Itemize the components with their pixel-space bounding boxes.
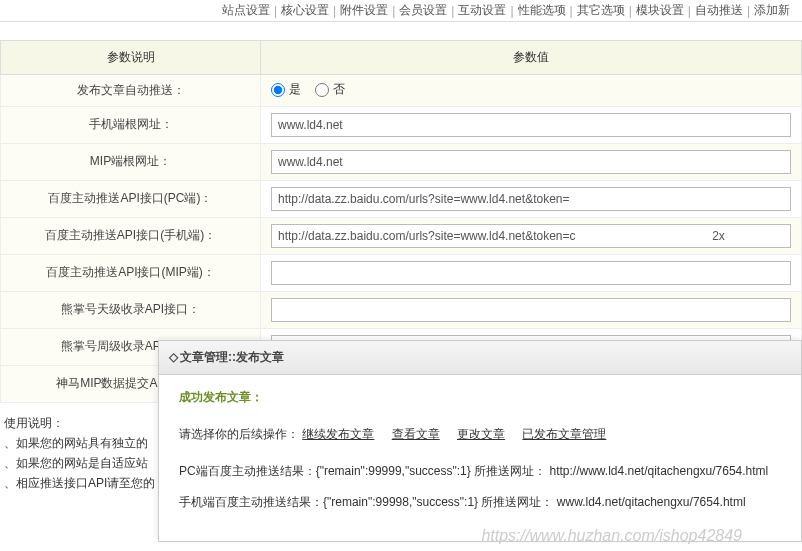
nav-item[interactable]: 模块设置 bbox=[636, 2, 684, 19]
action-manage[interactable]: 已发布文章管理 bbox=[522, 427, 606, 441]
row-label: 百度主动推送API接口(PC端)： bbox=[1, 180, 261, 217]
nav-item[interactable]: 会员设置 bbox=[399, 2, 447, 19]
table-row: 百度主动推送API接口(MIP端)： bbox=[1, 254, 802, 291]
success-title: 成功发布文章： bbox=[179, 389, 781, 406]
api-mobile-input[interactable] bbox=[271, 224, 791, 248]
header-param: 参数说明 bbox=[1, 41, 261, 75]
nav-item[interactable]: 站点设置 bbox=[222, 2, 270, 19]
nav-item[interactable]: 自动推送 bbox=[695, 2, 743, 19]
nav-item[interactable]: 性能选项 bbox=[518, 2, 566, 19]
top-nav: 站点设置| 核心设置| 附件设置| 会员设置| 互动设置| 性能选项| 其它选项… bbox=[0, 0, 802, 22]
action-row: 请选择你的后续操作： 继续发布文章 查看文章 更改文章 已发布文章管理 bbox=[179, 426, 781, 443]
api-pc-input[interactable] bbox=[271, 187, 791, 211]
radio-yes-input[interactable] bbox=[271, 83, 285, 97]
table-row: 手机端根网址： bbox=[1, 106, 802, 143]
xiongzhang-daily-input[interactable] bbox=[271, 298, 791, 322]
table-row: 发布文章自动推送： 是 否 bbox=[1, 75, 802, 107]
overlay-header: 文章管理::发布文章 bbox=[159, 341, 801, 375]
nav-item[interactable]: 添加新 bbox=[754, 2, 790, 19]
row-label: 手机端根网址： bbox=[1, 106, 261, 143]
result-mobile: 手机端百度主动推送结果：{"remain":99998,"success":1}… bbox=[179, 494, 781, 511]
nav-item[interactable]: 核心设置 bbox=[281, 2, 329, 19]
nav-item[interactable]: 附件设置 bbox=[340, 2, 388, 19]
row-label: MIP端根网址： bbox=[1, 143, 261, 180]
table-row: 百度主动推送API接口(手机端)： bbox=[1, 217, 802, 254]
table-row: 百度主动推送API接口(PC端)： bbox=[1, 180, 802, 217]
row-label: 熊掌号天级收录API接口： bbox=[1, 291, 261, 328]
nav-item[interactable]: 互动设置 bbox=[458, 2, 506, 19]
row-label: 百度主动推送API接口(手机端)： bbox=[1, 217, 261, 254]
row-label: 发布文章自动推送： bbox=[1, 75, 261, 107]
radio-no-input[interactable] bbox=[315, 83, 329, 97]
api-mip-input[interactable] bbox=[271, 261, 791, 285]
radio-group: 是 否 bbox=[271, 81, 345, 98]
mobile-root-input[interactable] bbox=[271, 113, 791, 137]
action-edit[interactable]: 更改文章 bbox=[457, 427, 505, 441]
action-prompt: 请选择你的后续操作： bbox=[179, 427, 299, 441]
overlay-panel: 文章管理::发布文章 成功发布文章： 请选择你的后续操作： 继续发布文章 查看文… bbox=[158, 340, 802, 542]
result-pc: PC端百度主动推送结果：{"remain":99999,"success":1}… bbox=[179, 463, 781, 480]
table-row: MIP端根网址： bbox=[1, 143, 802, 180]
action-view[interactable]: 查看文章 bbox=[392, 427, 440, 441]
nav-item[interactable]: 其它选项 bbox=[577, 2, 625, 19]
mip-root-input[interactable] bbox=[271, 150, 791, 174]
radio-no[interactable]: 否 bbox=[315, 81, 345, 98]
header-value: 参数值 bbox=[261, 41, 802, 75]
radio-yes[interactable]: 是 bbox=[271, 81, 301, 98]
table-row: 熊掌号天级收录API接口： bbox=[1, 291, 802, 328]
action-continue[interactable]: 继续发布文章 bbox=[302, 427, 374, 441]
row-label: 百度主动推送API接口(MIP端)： bbox=[1, 254, 261, 291]
